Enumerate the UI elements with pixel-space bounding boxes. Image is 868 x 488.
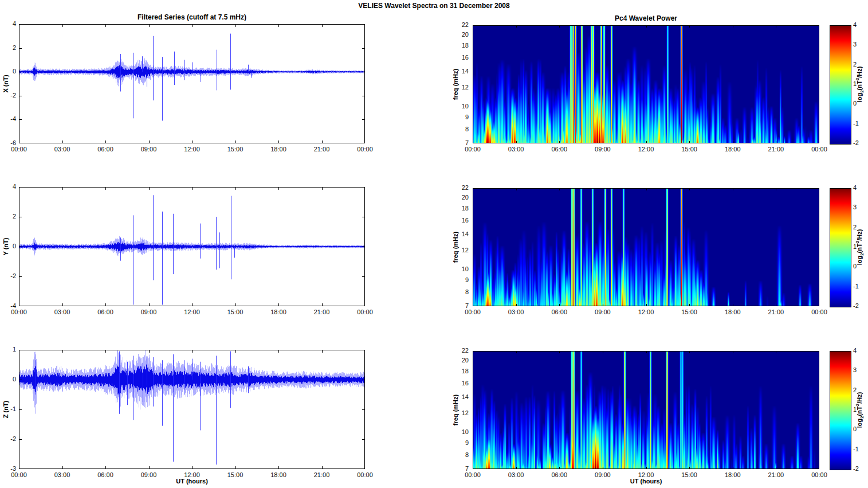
- series-x-plot: [19, 24, 365, 143]
- y-tick-label: 0: [0, 68, 16, 75]
- y-tick-label: -2: [0, 435, 16, 442]
- colorbar-tick-label: -2: [853, 139, 868, 146]
- x-tick-label: 00:00: [6, 471, 32, 478]
- x-tick-label: 12:00: [634, 471, 659, 478]
- freq-tick-label: 12: [446, 84, 469, 91]
- x-tick-label: 15:00: [223, 146, 248, 153]
- x-tick-label: 12:00: [634, 309, 659, 315]
- figure-title: VELIES Wavelet Spectra on 31 December 20…: [0, 2, 868, 10]
- x-tick-label: 06:00: [547, 471, 572, 478]
- freq-tick-label: 16: [446, 54, 469, 61]
- x-tick-label: 18:00: [266, 146, 291, 153]
- y-tick-label: 0: [0, 376, 16, 382]
- freq-tick-label: 7: [446, 302, 469, 309]
- x-tick-label: 00:00: [460, 309, 485, 315]
- x-tick-label: 18:00: [720, 471, 745, 478]
- colorbar-tick-label: -2: [853, 302, 868, 309]
- x-tick-label: 18:00: [720, 146, 745, 153]
- freq-tick-label: 18: [446, 368, 469, 374]
- colorbar-tick-label: 2: [853, 224, 868, 231]
- x-tick-label: 18:00: [266, 309, 291, 315]
- y-tick-label: -6: [0, 139, 16, 146]
- x-tick-label: 15:00: [677, 471, 702, 478]
- wavelet-z-plot: [473, 351, 819, 469]
- y-tick-label: 1: [0, 346, 16, 353]
- x-tick-label: 21:00: [309, 146, 335, 153]
- x-tick-label: 03:00: [504, 146, 529, 153]
- freq-tick-label: 14: [446, 231, 469, 237]
- x-tick-label: 06:00: [93, 146, 118, 153]
- colorbar-tick-label: -1: [853, 283, 868, 290]
- x-tick-label: 03:00: [504, 471, 529, 478]
- colorbar-tick-label: -2: [853, 465, 868, 472]
- y-tick-label: -3: [0, 465, 16, 472]
- y-tick-label: 4: [0, 183, 16, 190]
- colorbar-tick-label: -1: [853, 446, 868, 452]
- x-tick-label: 12:00: [179, 309, 205, 315]
- right-column-title: Pc4 Wavelet Power: [473, 14, 819, 22]
- colorbar-tick-label: 3: [853, 366, 868, 373]
- colorbar-tick-label: 2: [853, 61, 868, 68]
- x-tick-label: 06:00: [93, 309, 118, 315]
- x-tick-label: 18:00: [720, 309, 745, 315]
- freq-tick-label: 18: [446, 42, 469, 49]
- x-tick-label: 03:00: [50, 471, 75, 478]
- x-tick-label: 06:00: [547, 309, 572, 315]
- freq-tick-label: 10: [446, 428, 469, 435]
- freq-tick-label: 7: [446, 139, 469, 146]
- colorbar-tick-label: 4: [853, 21, 868, 28]
- x-tick-label: 03:00: [50, 146, 75, 153]
- colorbar-tick-label: 1: [853, 406, 868, 413]
- series-z-plot: [19, 350, 365, 469]
- x-tick-label: 00:00: [352, 471, 378, 478]
- freq-tick-label: 14: [446, 393, 469, 400]
- left-column-title: Filtered Series (cutoff at 7.5 mHz): [19, 13, 365, 21]
- colorbar-tick-label: 0: [853, 263, 868, 270]
- y-tick-label: -2: [0, 92, 16, 99]
- freq-tick-label: 9: [446, 276, 469, 283]
- colorbar-bottom: [830, 351, 851, 470]
- y-tick-label: 4: [0, 20, 16, 27]
- x-tick-label: 15:00: [677, 146, 702, 153]
- colorbar-tick-label: -1: [853, 120, 868, 127]
- freq-tick-label: 8: [446, 451, 469, 458]
- x-tick-label: 12:00: [634, 146, 659, 153]
- freq-tick-label: 10: [446, 266, 469, 272]
- colorbar-middle: [830, 188, 851, 307]
- y-tick-label: -1: [0, 405, 16, 412]
- xlabel-right: UT (hours): [473, 478, 819, 485]
- freq-tick-label: 14: [446, 68, 469, 75]
- freq-tick-label: 18: [446, 205, 469, 212]
- y-tick-label: -4: [0, 115, 16, 122]
- x-tick-label: 00:00: [6, 309, 32, 315]
- x-tick-label: 06:00: [547, 146, 572, 153]
- freq-tick-label: 9: [446, 114, 469, 120]
- x-tick-label: 21:00: [763, 471, 788, 478]
- wavelet-y-plot: [473, 188, 819, 306]
- freq-tick-label: 12: [446, 247, 469, 253]
- x-tick-label: 09:00: [136, 309, 162, 315]
- x-tick-label: 06:00: [93, 471, 118, 478]
- x-tick-label: 15:00: [223, 471, 248, 478]
- x-tick-label: 03:00: [50, 309, 75, 315]
- x-tick-label: 21:00: [309, 471, 335, 478]
- colorbar-tick-label: 0: [853, 100, 868, 107]
- x-tick-label: 09:00: [590, 471, 615, 478]
- y-tick-label: -4: [0, 302, 16, 309]
- x-tick-label: 18:00: [266, 471, 291, 478]
- ylabel-x-nt: X (nT): [2, 24, 10, 143]
- freq-tick-label: 8: [446, 126, 469, 132]
- freq-tick-label: 22: [446, 21, 469, 28]
- freq-tick-label: 20: [446, 31, 469, 38]
- freq-tick-label: 16: [446, 217, 469, 224]
- x-tick-label: 21:00: [763, 146, 788, 153]
- x-tick-label: 00:00: [460, 471, 485, 478]
- x-tick-label: 00:00: [807, 146, 832, 153]
- colorbar-top: [830, 25, 851, 145]
- freq-tick-label: 20: [446, 357, 469, 364]
- freq-tick-label: 20: [446, 194, 469, 201]
- x-tick-label: 09:00: [590, 309, 615, 315]
- x-tick-label: 15:00: [223, 309, 248, 315]
- y-tick-label: -2: [0, 272, 16, 279]
- colorbar-tick-label: 1: [853, 80, 868, 87]
